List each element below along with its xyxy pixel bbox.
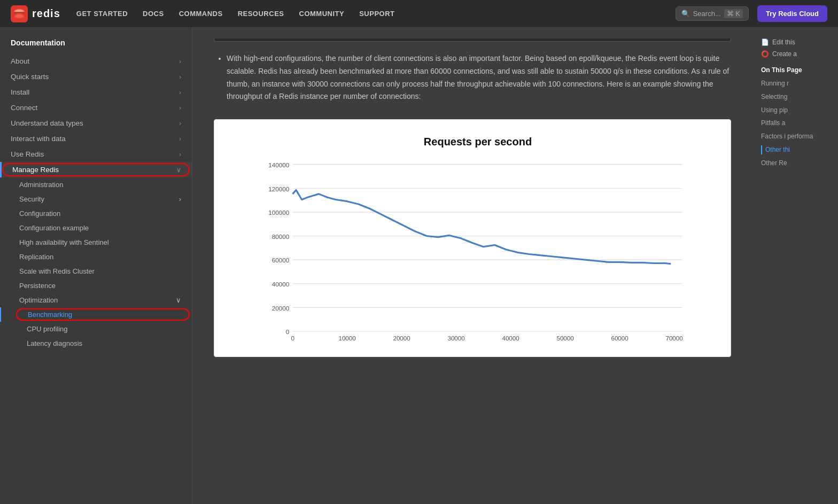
sidebar-administration-label: Administration (19, 181, 63, 189)
svg-text:60000: 60000 (611, 335, 629, 340)
sidebar-item-scale-cluster[interactable]: Scale with Redis Cluster (0, 264, 192, 278)
sidebar-item-cpu-profiling[interactable]: CPU profiling (0, 322, 192, 336)
right-sidebar: 📄 Edit this ⭕ Create a On This Page Runn… (752, 28, 838, 504)
chevron-right-icon: › (179, 195, 181, 203)
edit-icon: 📄 (761, 38, 769, 46)
sidebar-high-availability-label: High availability with Sentinel (19, 238, 109, 246)
sidebar-item-high-availability[interactable]: High availability with Sentinel (0, 235, 192, 250)
nav-support[interactable]: SUPPORT (359, 10, 394, 18)
sidebar-item-configuration[interactable]: Configuration (0, 206, 192, 221)
toc-item-pitfalls[interactable]: Pitfalls a (761, 119, 829, 128)
toc-item-factors[interactable]: Factors i performa (761, 132, 829, 141)
toc-item-using-pip[interactable]: Using pip (761, 106, 829, 115)
toc-item-other-thi[interactable]: Other thi (761, 145, 829, 154)
nav-community[interactable]: COMMUNITY (299, 10, 345, 18)
sidebar-manage-redis-label: Manage Redis (12, 166, 59, 174)
sidebar-item-security[interactable]: Security › (0, 192, 192, 206)
toc-item-selecting[interactable]: Selecting (761, 92, 829, 102)
redis-logo-icon (11, 5, 28, 22)
sidebar-security-label: Security (19, 195, 44, 203)
sidebar-item-manage-redis[interactable]: Manage Redis ∨ (0, 162, 192, 177)
page-layout: Documentation About › Quick starts › Ins… (0, 28, 838, 504)
svg-text:0: 0 (291, 335, 294, 340)
svg-text:0: 0 (286, 329, 290, 336)
try-redis-cloud-button[interactable]: Try Redis Cloud (757, 5, 827, 22)
sidebar-item-persistence[interactable]: Persistence (0, 278, 192, 293)
sidebar-replication-label: Replication (19, 253, 53, 261)
logo[interactable]: redis (11, 5, 60, 22)
chevron-right-icon: › (179, 120, 181, 127)
nav-right: 🔍 Search... ⌘ K Try Redis Cloud (676, 5, 827, 22)
search-placeholder: Search... (693, 10, 721, 18)
sidebar-use-redis-label: Use Redis (11, 150, 44, 158)
github-icon: ⭕ (761, 50, 769, 58)
sidebar-cpu-profiling-label: CPU profiling (27, 325, 68, 333)
sidebar-item-interact-with-data[interactable]: Interact with data › (0, 131, 192, 146)
sidebar-configuration-label: Configuration (19, 210, 60, 218)
sidebar: Documentation About › Quick starts › Ins… (0, 28, 192, 504)
search-icon: 🔍 (681, 10, 690, 18)
top-navigation: redis GET STARTED DOCS COMMANDS RESOURCE… (0, 0, 838, 28)
sidebar-install-label: Install (11, 88, 29, 96)
sidebar-item-optimization[interactable]: Optimization ∨ (0, 293, 192, 307)
chevron-right-icon: › (179, 89, 181, 96)
sidebar-item-understand-data-types[interactable]: Understand data types › (0, 115, 192, 131)
manage-redis-container: Manage Redis ∨ (0, 162, 192, 177)
sidebar-item-install[interactable]: Install › (0, 84, 192, 100)
svg-text:60000: 60000 (272, 257, 290, 264)
sidebar-benchmarking-label: Benchmarking (28, 311, 72, 319)
sidebar-item-latency-diagnosis[interactable]: Latency diagnosis (0, 336, 192, 351)
sidebar-quick-starts-label: Quick starts (11, 73, 49, 81)
nav-commands[interactable]: COMMANDS (179, 10, 223, 18)
logo-text: redis (32, 7, 60, 20)
toc-item-running[interactable]: Running r (761, 79, 829, 88)
sidebar-persistence-label: Persistence (19, 282, 56, 290)
sidebar-title: Documentation (0, 38, 192, 53)
nav-links: GET STARTED DOCS COMMANDS RESOURCES COMM… (76, 10, 676, 18)
chevron-right-icon: › (179, 73, 181, 81)
sidebar-item-about[interactable]: About › (0, 53, 192, 69)
svg-text:140000: 140000 (268, 161, 289, 168)
sidebar-item-administration[interactable]: Administration (0, 177, 192, 192)
chevron-right-icon: › (179, 58, 181, 65)
sidebar-item-quick-starts[interactable]: Quick starts › (0, 69, 192, 84)
sidebar-item-benchmarking[interactable]: Benchmarking (0, 307, 192, 322)
chevron-right-icon: › (179, 151, 181, 158)
svg-text:20000: 20000 (393, 335, 410, 340)
sidebar-config-example-label: Configuration example (19, 224, 89, 232)
svg-text:30000: 30000 (447, 335, 465, 340)
main-content: With high-end configurations, the number… (192, 28, 752, 504)
top-content-strip (214, 38, 731, 42)
edit-this-link[interactable]: 📄 Edit this (761, 38, 829, 46)
sidebar-item-replication[interactable]: Replication (0, 250, 192, 264)
chevron-right-icon: › (179, 104, 181, 112)
svg-text:70000: 70000 (665, 335, 683, 340)
sidebar-item-connect[interactable]: Connect › (0, 100, 192, 115)
nav-resources[interactable]: RESOURCES (238, 10, 284, 18)
sidebar-item-use-redis[interactable]: Use Redis › (0, 146, 192, 162)
svg-text:100000: 100000 (268, 209, 289, 216)
chart-svg: 140000 120000 100000 80000 60000 40000 2… (246, 159, 709, 340)
chart-title: Requests per second (246, 136, 709, 148)
benchmarking-container: Benchmarking (0, 307, 192, 322)
svg-text:10000: 10000 (338, 335, 356, 340)
sidebar-understand-label: Understand data types (11, 119, 83, 127)
sidebar-about-label: About (11, 57, 29, 65)
sidebar-scale-label: Scale with Redis Cluster (19, 267, 95, 275)
content-body: With high-end configurations, the number… (214, 52, 731, 103)
svg-text:80000: 80000 (272, 233, 290, 240)
svg-text:40000: 40000 (502, 335, 519, 340)
nav-docs[interactable]: DOCS (143, 10, 164, 18)
sidebar-item-configuration-example[interactable]: Configuration example (0, 221, 192, 235)
sidebar-latency-label: Latency diagnosis (27, 339, 82, 347)
create-label: Create a (772, 50, 797, 58)
edit-label: Edit this (772, 38, 795, 46)
search-box[interactable]: 🔍 Search... ⌘ K (676, 6, 749, 21)
chevron-down-icon: ∨ (176, 166, 181, 174)
content-bullet: With high-end configurations, the number… (227, 52, 731, 103)
nav-get-started[interactable]: GET STARTED (76, 10, 128, 18)
toc-item-other-re[interactable]: Other Re (761, 159, 829, 168)
chevron-right-icon: › (179, 135, 181, 143)
sidebar-connect-label: Connect (11, 104, 37, 112)
create-link[interactable]: ⭕ Create a (761, 50, 829, 58)
